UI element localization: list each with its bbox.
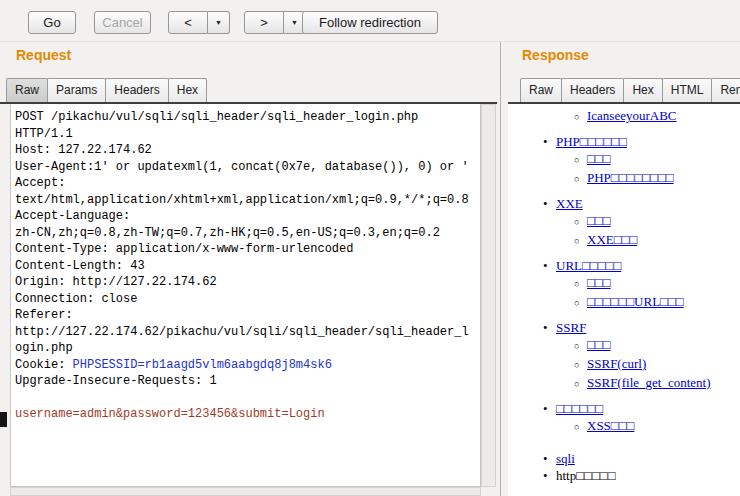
response-list-item: •http□□□□□	[508, 467, 740, 484]
response-link[interactable]: URL□□□□□	[556, 258, 621, 273]
response-link[interactable]: XSS□□□	[587, 418, 634, 433]
response-tab-html[interactable]: HTML	[662, 78, 713, 102]
request-line: zh-CN,zh;q=0.8,zh-TW;q=0.7,zh-HK;q=0.5,e…	[15, 225, 476, 242]
clipped-edge-artifact	[0, 412, 7, 427]
response-link[interactable]: SSRF	[556, 320, 586, 335]
response-pane: Response Raw Headers Hex HTML Render ○Ic…	[508, 42, 740, 496]
response-list-item: ○□□□	[508, 274, 740, 293]
response-link[interactable]: XXE□□□	[587, 232, 637, 247]
disc-bullet-icon: •	[543, 450, 556, 467]
chevron-down-icon: ▼	[215, 19, 222, 26]
request-tab-hex[interactable]: Hex	[168, 78, 207, 102]
request-text-segment: text/html,application/xhtml+xml,applicat…	[15, 193, 469, 207]
response-render-panel[interactable]: ○IcanseeyourABC•PHP□□□□□□○□□□○PHP□□□□□□□…	[508, 104, 740, 496]
pane-divider[interactable]	[500, 42, 501, 496]
request-line: Host: 127.22.174.62	[15, 142, 476, 159]
response-list-item: •□□□□□□	[508, 400, 740, 417]
response-list-item: •PHP□□□□□□	[508, 133, 740, 150]
go-button[interactable]: Go	[28, 11, 76, 34]
previous-request-split-button: < ▼	[168, 11, 230, 34]
response-link[interactable]: XXE	[556, 196, 583, 211]
request-text-segment: Host: 127.22.174.62	[15, 143, 152, 157]
request-text-segment: http://127.22.174.62/pikachu/vul/sqli/sq…	[15, 325, 469, 339]
response-link[interactable]: □□□	[587, 275, 611, 290]
disc-bullet-icon: •	[543, 319, 556, 336]
toolbar: Go Cancel < ▼ > ▼ Follow redirection	[0, 0, 740, 42]
response-link[interactable]: □□□	[587, 213, 611, 228]
next-request-split-button: > ▼	[244, 11, 306, 34]
circle-bullet-icon: ○	[574, 295, 587, 312]
response-list-item: ○XXE□□□	[508, 231, 740, 250]
circle-bullet-icon: ○	[574, 214, 587, 231]
disc-bullet-icon: •	[543, 257, 556, 274]
response-link[interactable]: SSRF(file_get_content)	[587, 375, 711, 390]
response-tab-headers[interactable]: Headers	[561, 78, 624, 102]
request-tab-raw[interactable]: Raw	[6, 78, 48, 102]
request-pane: Request Raw Params Headers Hex POST /pik…	[0, 42, 497, 496]
request-text-segment: ogin.php	[15, 341, 73, 355]
response-render-list: ○IcanseeyourABC•PHP□□□□□□○□□□○PHP□□□□□□□…	[508, 107, 740, 496]
circle-bullet-icon: ○	[574, 276, 587, 293]
request-editor[interactable]: POST /pikachu/vul/sqli/sqli_header/sqli_…	[10, 104, 481, 487]
response-tab-render[interactable]: Render	[711, 78, 740, 102]
response-list-item: ○PHP□□□□□□□□	[508, 169, 740, 188]
request-line: Cookie: PHPSESSID=rb1aagd5vlm6aabgdq8j8m…	[15, 357, 476, 374]
request-text-segment: Content-Type: application/x-www-form-url…	[15, 242, 353, 256]
request-line: HTTP/1.1	[15, 126, 476, 143]
response-list-item: •XXE	[508, 195, 740, 212]
response-tabs: Raw Headers Hex HTML Render	[520, 78, 740, 102]
previous-request-button[interactable]: <	[168, 11, 208, 34]
response-tab-raw[interactable]: Raw	[520, 78, 562, 102]
response-text: http□□□□□	[556, 468, 615, 483]
request-text-segment: Connection: close	[15, 292, 137, 306]
response-list-item: •URL□□□□□	[508, 257, 740, 274]
request-line: Referer:	[15, 307, 476, 324]
request-line: Origin: http://127.22.174.62	[15, 274, 476, 291]
repeater-window: Go Cancel < ▼ > ▼ Follow redirection Req…	[0, 0, 740, 496]
response-pane-title: Response	[522, 47, 589, 63]
response-link[interactable]: □□□	[587, 337, 611, 352]
request-line: text/html,application/xhtml+xml,applicat…	[15, 192, 476, 209]
response-link[interactable]: PHP□□□□□□	[556, 134, 627, 149]
request-line: Content-Length: 43	[15, 258, 476, 275]
response-list-item: ○XSS□□□	[508, 417, 740, 436]
circle-bullet-icon: ○	[574, 152, 587, 169]
response-link[interactable]: PHP□□□□□□□□	[587, 170, 674, 185]
response-link[interactable]: sqli	[556, 451, 575, 466]
request-horizontal-scrollbar[interactable]	[10, 487, 481, 496]
response-link[interactable]: SSRF(curl)	[587, 356, 646, 371]
circle-bullet-icon: ○	[574, 376, 587, 393]
request-tabs: Raw Params Headers Hex	[6, 78, 497, 102]
request-text-segment: User-Agent:1' or updatexml(1, concat(0x7…	[15, 160, 469, 174]
request-text-segment: POST /pikachu/vul/sqli/sqli_header/sqli_…	[15, 110, 418, 124]
request-text-segment: Accept:	[15, 176, 65, 190]
response-tab-hex[interactable]: Hex	[623, 78, 662, 102]
follow-redirection-button[interactable]: Follow redirection	[302, 11, 438, 34]
response-list-item: •sqli	[508, 450, 740, 467]
request-text-segment: username=admin&password=123456&submit=Lo…	[15, 407, 325, 421]
request-line: http://127.22.174.62/pikachu/vul/sqli/sq…	[15, 324, 476, 341]
response-list-item: ○SSRF(file_get_content)	[508, 374, 740, 393]
response-list-item: ○SSRF(curl)	[508, 355, 740, 374]
request-tab-headers[interactable]: Headers	[105, 78, 168, 102]
response-link[interactable]: □□□□□□	[556, 401, 603, 416]
next-request-button[interactable]: >	[244, 11, 284, 34]
request-tab-params[interactable]: Params	[47, 78, 106, 102]
chevron-down-icon: ▼	[291, 19, 298, 26]
disc-bullet-icon: •	[543, 133, 556, 150]
request-text-segment: Upgrade-Insecure-Requests: 1	[15, 374, 217, 388]
response-link[interactable]: □□□□□□URL□□□	[587, 294, 684, 309]
response-link[interactable]: □□□	[587, 151, 611, 166]
previous-dropdown-button[interactable]: ▼	[208, 11, 230, 34]
disc-bullet-icon: •	[543, 195, 556, 212]
response-list-item: ○□□□	[508, 150, 740, 169]
request-text-segment: zh-CN,zh;q=0.8,zh-TW;q=0.7,zh-HK;q=0.5,e…	[15, 226, 440, 240]
request-text-segment: Accept-Language:	[15, 209, 130, 223]
circle-bullet-icon: ○	[574, 419, 587, 436]
request-line	[15, 390, 476, 407]
response-link[interactable]: IcanseeyourABC	[587, 108, 677, 123]
response-list-item: ○□□□□□□URL□□□	[508, 293, 740, 312]
response-list-item: ○IcanseeyourABC	[508, 107, 740, 126]
request-vertical-scrollbar[interactable]	[481, 104, 496, 487]
circle-bullet-icon: ○	[574, 338, 587, 355]
